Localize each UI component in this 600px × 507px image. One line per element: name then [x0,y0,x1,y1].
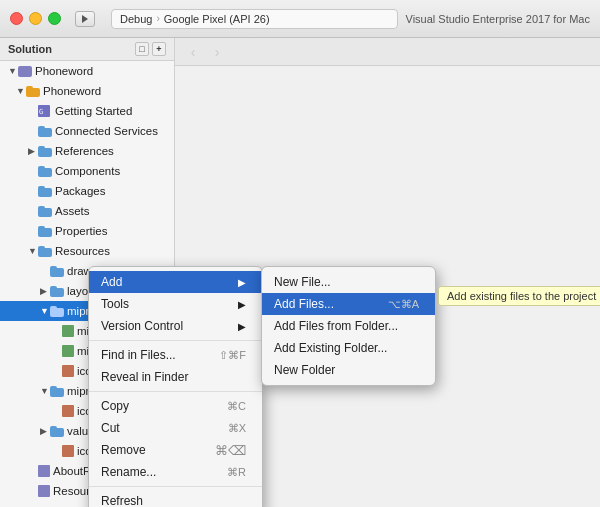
ctx-item-find-in-files[interactable]: Find in Files... ⇧⌘F [89,344,262,366]
sidebar-expand-button[interactable]: + [152,42,166,56]
folder-blue-icon [38,126,52,137]
sidebar-header: Solution □ + [0,38,174,61]
tree-item-label: Phoneword [43,85,101,97]
play-button[interactable] [75,11,95,27]
submenu-arrow-icon: ▶ [238,299,246,310]
sidebar-header-icons: □ + [135,42,166,56]
file-icon [62,325,74,337]
tree-item-label: Connected Services [55,125,158,137]
ctx-item-shortcut: ⌘X [228,422,246,435]
device-label: Google Pixel (API 26) [164,13,270,25]
sidebar-title: Solution [8,43,52,55]
solution-icon [18,66,32,77]
back-button[interactable]: ‹ [183,43,203,61]
ctx-item-add-existing-folder[interactable]: Add Existing Folder... [262,337,435,359]
ctx-item-shortcut: ⌥⌘A [388,298,419,311]
ctx-item-label: Refresh [101,494,246,507]
tree-item-resources[interactable]: ▼ Resources [0,241,174,261]
folder-blue-icon [38,226,52,237]
arrow-icon: ▼ [40,306,50,316]
tree-item-getting-started[interactable]: G Getting Started [0,101,174,121]
folder-blue-icon [50,286,64,297]
folder-blue-icon [38,186,52,197]
ctx-item-label: Find in Files... [101,348,199,362]
ctx-item-new-folder[interactable]: New Folder [262,359,435,381]
ctx-item-add-files[interactable]: Add Files... ⌥⌘A [262,293,435,315]
svg-rect-9 [38,485,50,497]
tree-item-properties[interactable]: Properties [0,221,174,241]
context-menu-main[interactable]: Add ▶ Tools ▶ Version Control ▶ Find in … [88,266,263,507]
folder-blue-icon [50,426,64,437]
tree-item-assets[interactable]: Assets [0,201,174,221]
ctx-item-cut[interactable]: Cut ⌘X [89,417,262,439]
ctx-item-remove[interactable]: Remove ⌘⌫ [89,439,262,461]
folder-yellow-icon [26,86,40,97]
ctx-item-copy[interactable]: Copy ⌘C [89,395,262,417]
arrow-icon: ▶ [40,426,50,436]
tree-item-connected-services[interactable]: Connected Services [0,121,174,141]
svg-rect-5 [62,365,74,377]
sidebar-collapse-button[interactable]: □ [135,42,149,56]
minimize-button[interactable] [29,12,42,25]
ctx-item-label: Rename... [101,465,207,479]
scheme-label: Debug [120,13,152,25]
nav-bar: ‹ › [175,38,600,66]
ctx-item-label: Add Files from Folder... [274,319,419,333]
ctx-item-label: Reveal in Finder [101,370,246,384]
ctx-item-rename[interactable]: Rename... ⌘R [89,461,262,483]
ctx-item-new-file[interactable]: New File... [262,271,435,293]
file-icon [38,485,50,497]
close-button[interactable] [10,12,23,25]
ctx-item-label: Add Existing Folder... [274,341,419,355]
arrow-icon: ▼ [28,246,38,256]
ctx-item-refresh[interactable]: Refresh [89,490,262,507]
file-icon [38,465,50,477]
tree-item-label: Resources [55,245,110,257]
folder-blue-icon [38,166,52,177]
ctx-item-add-files-folder[interactable]: Add Files from Folder... [262,315,435,337]
tree-item-packages[interactable]: Packages [0,181,174,201]
tree-item-references[interactable]: ▶ References [0,141,174,161]
folder-blue-icon [38,206,52,217]
tree-item-label: Getting Started [55,105,132,117]
ctx-separator [89,340,262,341]
ctx-item-label: Add Files... [274,297,368,311]
ctx-item-shortcut: ⇧⌘F [219,349,246,362]
svg-text:G: G [39,108,43,116]
folder-blue-icon [38,146,52,157]
breadcrumb-sep: › [156,13,159,24]
ctx-item-shortcut: ⌘⌫ [215,443,246,458]
ctx-item-label: Copy [101,399,207,413]
tree-item-phoneword-root[interactable]: ▼ Phoneword [0,61,174,81]
svg-rect-3 [62,325,74,337]
ctx-item-add[interactable]: Add ▶ [89,271,262,293]
tree-item-label: Phoneword [35,65,93,77]
ctx-item-tools[interactable]: Tools ▶ [89,293,262,315]
file-icon [62,445,74,457]
ctx-item-shortcut: ⌘R [227,466,246,479]
tree-item-components[interactable]: Components [0,161,174,181]
ctx-item-label: New File... [274,275,419,289]
ctx-separator [89,391,262,392]
file-icon [62,365,74,377]
breadcrumb[interactable]: Debug › Google Pixel (API 26) [111,9,398,29]
maximize-button[interactable] [48,12,61,25]
vs-label: Visual Studio Enterprise 2017 for Mac [406,13,590,25]
tree-item-label: Components [55,165,120,177]
folder-blue-icon [38,246,52,257]
submenu-arrow-icon: ▶ [238,277,246,288]
arrow-icon: ▼ [8,66,18,76]
ctx-item-version-control[interactable]: Version Control ▶ [89,315,262,337]
arrow-icon: ▶ [28,146,38,156]
title-bar: Debug › Google Pixel (API 26) Visual Stu… [0,0,600,38]
file-icon: G [38,106,52,117]
forward-button[interactable]: › [207,43,227,61]
svg-rect-4 [62,345,74,357]
folder-selected-icon [50,306,64,317]
context-menu-add[interactable]: New File... Add Files... ⌥⌘A Add Files f… [261,266,436,386]
ctx-item-reveal-finder[interactable]: Reveal in Finder [89,366,262,388]
ctx-separator [89,486,262,487]
tree-item-phoneword-proj[interactable]: ▼ Phoneword [0,81,174,101]
ctx-item-shortcut: ⌘C [227,400,246,413]
file-icon [62,405,74,417]
